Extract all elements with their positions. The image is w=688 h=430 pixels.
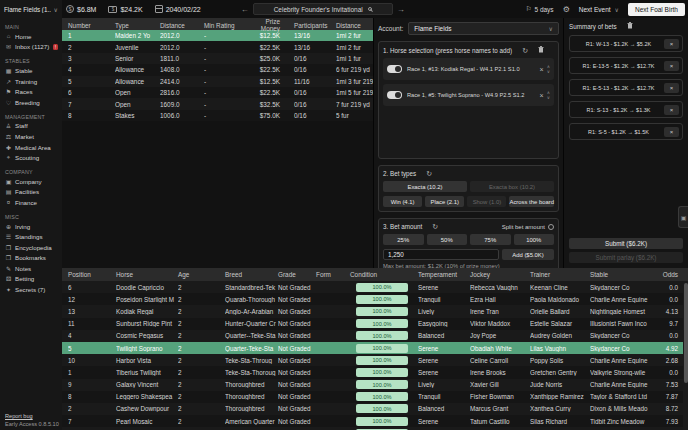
remove-horse-icon[interactable]: ×	[537, 66, 547, 73]
entry-row[interactable]: 10Harbor Vista2Teke-Sta-ThrougNot Graded…	[62, 354, 688, 366]
report-bug-link[interactable]: Report bug	[5, 413, 59, 419]
add-bet-button[interactable]: Add ($5.0K)	[502, 249, 554, 260]
sidebar-item-facilities[interactable]: ▤Facilities	[0, 187, 62, 198]
remove-bet-button[interactable]: ×	[664, 105, 679, 115]
entry-cell: Tranquil	[418, 296, 470, 303]
settings-gear-icon[interactable]: ⚙	[563, 5, 570, 14]
entry-row[interactable]: 5Twilight Soprano2Quarter-Teke-StaNot Gr…	[62, 342, 688, 354]
entry-cell: Dixon & Mills Meado	[590, 405, 658, 412]
entry-row[interactable]: 1Tiberius Twilight2Teke-Sta-ThorougNot G…	[62, 366, 688, 378]
bet-type-button-place[interactable]: Place (2.1)	[425, 196, 464, 207]
entry-row[interactable]: 12Poseidon Starlight M2Quarab-ThoroughNo…	[62, 293, 688, 305]
race-row[interactable]: 1Maiden 2 Yo2012.0-$12.5K13/161mi 2 fur	[62, 30, 373, 41]
remove-bet-button[interactable]: ×	[664, 127, 679, 137]
account-select[interactable]: Flame Fields ∨	[408, 22, 559, 35]
prev-arrow-icon[interactable]: ←	[237, 5, 253, 14]
bet-type-button-win[interactable]: Win (4.1)	[383, 196, 422, 207]
next-event-dropdown[interactable]: Next Event ∨	[579, 6, 619, 13]
sidebar-item-company[interactable]: ▣Company	[0, 176, 62, 187]
collapsed-panel-handle[interactable]: ▣	[678, 206, 688, 228]
entry-cell: Balanced	[418, 405, 470, 412]
sidebar-item-training[interactable]: ↗Training	[0, 76, 62, 87]
sidebar-item-betting[interactable]: ⚄Betting	[0, 274, 62, 285]
search-value: Celebrity Founder's Invitational	[274, 6, 363, 13]
entry-row[interactable]: 6Doodle Capriccio2Standardbred-TekNot Gr…	[62, 281, 688, 293]
race-row[interactable]: 3Senior1811.0-$25.0K0/161mi 1 fur	[62, 53, 373, 64]
entry-cell: Harbor Vista	[116, 357, 178, 364]
entry-row[interactable]: 7Pearl Mosaic2American QuarterNot Graded…	[62, 415, 688, 427]
race-row[interactable]: 8Stakes1006.0-$75.0K0/165 fur	[62, 110, 373, 121]
bet-amount-input[interactable]	[383, 249, 499, 260]
stable-select[interactable]: Flame Fields (1... ∨	[0, 0, 62, 18]
bet-type-row: Exacta (10.2)Exacta box (10.2)	[383, 181, 554, 192]
move-down-icon[interactable]: ∨	[547, 69, 550, 74]
sidebar-item-medical[interactable]: ✚Medical Area	[0, 142, 62, 153]
next-arrow-icon[interactable]: →	[393, 5, 409, 14]
horse-toggle[interactable]	[387, 65, 402, 73]
move-down-icon[interactable]: ∨	[547, 95, 550, 100]
entry-row[interactable]: 2Cashew Downpour2ThoroughbredNot Graded1…	[62, 403, 688, 415]
entry-row[interactable]: 13Kodiak Regal2Anglo-Ar-ArabianNot Grade…	[62, 305, 688, 317]
percent-button-75[interactable]: 75%	[470, 234, 511, 245]
entry-cell: Not Graded	[278, 418, 316, 425]
bet-type-button-exacta[interactable]: Exacta (10.2)	[383, 181, 467, 192]
horse-selection-row[interactable]: Race 1, #13: Kodiak Regal - W4.1 P2.1 S1…	[383, 58, 554, 80]
reset-icon[interactable]: ↻	[432, 223, 438, 230]
remove-bet-button[interactable]: ×	[664, 39, 679, 49]
race-row[interactable]: 2Juvenile2012.0-$22.5K13/161mi 2 fur	[62, 41, 373, 52]
entry-cell: 2	[178, 393, 225, 400]
submit-button[interactable]: Submit ($6.2K)	[569, 238, 683, 249]
sidebar-item-breeding[interactable]: ♡Breeding	[0, 97, 62, 108]
trash-icon[interactable]	[538, 46, 544, 54]
race-row[interactable]: 7Open1609.0-$32.5K0/167 fur 219 yd	[62, 98, 373, 109]
remove-horse-icon[interactable]: ×	[537, 92, 547, 99]
horse-selection-row[interactable]: Race 1, #5: Twilight Soprano - W4.9 P2.5…	[383, 84, 554, 106]
sidebar-item-label: Encyclopedia	[15, 244, 52, 251]
remove-bet-button[interactable]: ×	[664, 61, 679, 71]
percent-button-100[interactable]: 100%	[514, 234, 555, 245]
percent-button-25[interactable]: 25%	[383, 234, 424, 245]
sidebar-item-staff[interactable]: ♙Staff	[0, 121, 62, 132]
horse-toggle[interactable]	[387, 91, 402, 99]
scrollbar-thumb[interactable]	[684, 283, 688, 383]
race-cell: -	[204, 55, 246, 62]
sidebar-item-notes[interactable]: ✎Notes	[0, 263, 62, 274]
race-row[interactable]: 4Allowance1408.0-$22.5K0/166 fur 219 yd	[62, 64, 373, 75]
sidebar-item-standings[interactable]: ☰Standings	[0, 231, 62, 242]
remove-bet-button[interactable]: ×	[664, 83, 679, 93]
sidebar-item-home[interactable]: ⌂Home	[0, 31, 62, 42]
percent-button-50[interactable]: 50%	[427, 234, 468, 245]
next-event-button[interactable]: Next Foal Birth	[628, 3, 685, 16]
sidebar-item-secrets[interactable]: ✦Secrets (7)	[0, 284, 62, 295]
entry-cell: Xanthippe Ramirez	[530, 393, 590, 400]
sidebar-item-finance[interactable]: ¤Finance	[0, 197, 62, 208]
sidebar-item-bookmarks[interactable]: ❒Bookmarks	[0, 253, 62, 264]
entry-row[interactable]: 11Sunburst Ridge Pint2Hunter-Quarter CrN…	[62, 318, 688, 330]
entry-row[interactable]: 4Cosmic Pegasus2Quarter--Teke-StaNot Gra…	[62, 330, 688, 342]
sidebar-item-irving[interactable]: ⊕Irving	[0, 221, 62, 232]
reset-icon[interactable]: ↻	[426, 170, 432, 177]
entries-scrollbar[interactable]	[683, 281, 688, 430]
sidebar-item-market[interactable]: ⚖Market	[0, 131, 62, 142]
sidebar-item-races[interactable]: ⚑Races	[0, 86, 62, 97]
sidebar-item-encyclopedia[interactable]: ❐Encyclopedia	[0, 242, 62, 253]
sidebar-item-scouting[interactable]: ⌖Scouting	[0, 152, 62, 163]
entries-col-header: Grade	[278, 271, 316, 278]
search-input[interactable]: Celebrity Founder's Invitational	[253, 3, 393, 15]
entry-cell: 1	[68, 369, 116, 376]
entry-cell: Quarter--Teke-Sta	[225, 332, 278, 339]
race-row[interactable]: 5Allowance2414.0-$12.5K11/161mi 3 fur 21…	[62, 76, 373, 87]
entry-row[interactable]: 8Leggero Shakespea2ThoroughbredNot Grade…	[62, 391, 688, 403]
sidebar-item-stable[interactable]: ▦Stable	[0, 65, 62, 76]
entry-cell: Xavier Gill	[470, 381, 530, 388]
reset-icon[interactable]: ↻	[522, 47, 528, 54]
sidebar-item-label: Secrets (7)	[15, 286, 45, 293]
bet-type-button-across[interactable]: Across the board	[509, 196, 554, 207]
race-row[interactable]: 6Open2816.0-$22.5K0/161mi 5 fur 219 yd	[62, 87, 373, 98]
trash-icon[interactable]	[627, 22, 633, 30]
entry-row[interactable]: 9Galaxy Vincent2ThoroughbredNot Graded10…	[62, 379, 688, 391]
entry-cell: Balanced	[418, 332, 470, 339]
split-bet-amount[interactable]: Split bet amount	[502, 224, 554, 230]
bet-summary-label: R1: S-5 - $1.2K → $1.5K	[573, 129, 664, 135]
sidebar-item-inbox[interactable]: ✉Inbox (1127)!	[0, 42, 62, 53]
